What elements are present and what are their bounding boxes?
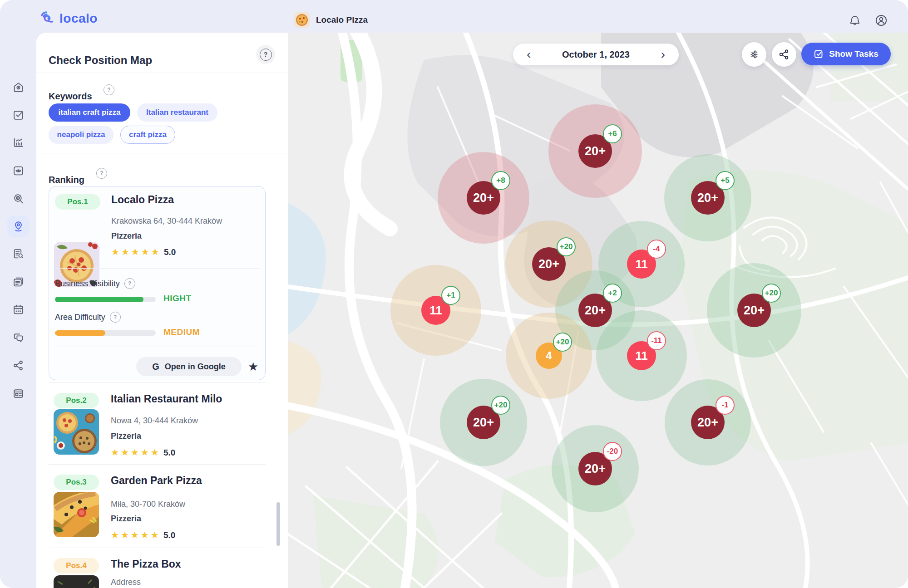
map-position-marker[interactable]: 11-11	[627, 341, 656, 370]
sidebar-item-visibility[interactable]	[7, 160, 29, 181]
map-position-marker[interactable]: 20++5	[691, 181, 725, 215]
business-title: Garden Park Pizza	[111, 475, 202, 487]
business-category: Pizzeria	[111, 431, 141, 441]
localo-logo[interactable]: localo	[39, 10, 98, 27]
business-category: Pizzeria	[111, 231, 142, 241]
difficulty-help-icon[interactable]: ?	[110, 312, 121, 323]
map-position-marker[interactable]: 20++8	[467, 181, 500, 215]
position-change-badge: +20	[762, 284, 781, 303]
open-in-google-button[interactable]: G Open in Google	[136, 357, 242, 376]
notifications-bell-icon[interactable]	[848, 14, 862, 27]
position-change-badge: -4	[647, 240, 666, 259]
business-photo	[54, 409, 99, 455]
sidebar-item-stats[interactable]	[7, 132, 29, 153]
position-badge: Pos.3	[54, 475, 99, 490]
keyword-chip-italian-restaurant[interactable]: Italian restaurant	[137, 103, 217, 122]
sidebar-item-home[interactable]	[7, 76, 29, 98]
divider	[49, 382, 266, 383]
map-position-marker[interactable]: 11-4	[627, 250, 656, 279]
date-navigator[interactable]: ‹ October 1, 2023 ›	[513, 44, 679, 65]
tasks-icon	[12, 109, 25, 121]
map-position-marker[interactable]: 20++2	[578, 294, 612, 327]
ranking-heading: Ranking	[49, 175, 84, 185]
business-category: Pizzeria	[111, 514, 141, 524]
panel-scrollbar-thumb[interactable]	[276, 502, 280, 546]
prev-date-chevron[interactable]: ‹	[525, 48, 533, 61]
map-position-marker[interactable]: 11+1	[421, 296, 450, 325]
position-change-badge: +1	[441, 286, 460, 305]
sidebar-rail	[0, 33, 36, 588]
sidebar-item-audit[interactable]	[7, 188, 29, 210]
sliders-icon	[748, 49, 760, 60]
keywords-heading: Keywords	[49, 91, 92, 102]
divider	[55, 347, 260, 347]
keyword-chip-craft-pizza[interactable]: craft pizza	[120, 126, 175, 144]
logo-text: localo	[59, 11, 98, 26]
keyword-chip-italian-craft-pizza[interactable]: italian craft pizza	[49, 103, 130, 122]
map-position-marker[interactable]: 4+20	[536, 343, 562, 369]
visibility-label: Business Visibility ?	[55, 278, 135, 289]
divider	[36, 153, 288, 153]
business-name: Localo Pizza	[316, 15, 368, 25]
position-map-icon	[12, 220, 25, 233]
sidebar-item-calendar[interactable]	[7, 299, 29, 320]
position-badge: Pos.2	[54, 393, 99, 408]
ranking-help-icon[interactable]: ?	[96, 168, 107, 179]
help-icon: ?	[260, 49, 272, 61]
visibility-help-icon[interactable]: ?	[124, 278, 135, 289]
map-position-marker[interactable]: 20++20	[737, 294, 771, 327]
map-position-marker[interactable]: 20+-20	[578, 452, 612, 485]
checkbox-icon	[814, 49, 824, 59]
sidebar-item-posts[interactable]	[7, 271, 29, 293]
sidebar-item-share[interactable]	[7, 354, 29, 376]
map-markers-layer: 20++620++820++520++2011-411+120++220++20…	[288, 33, 908, 588]
posts-icon	[12, 276, 25, 288]
business-header: Localo Pizza	[294, 12, 368, 28]
visibility-meter	[55, 297, 156, 302]
show-tasks-button[interactable]: Show Tasks	[801, 43, 891, 65]
position-change-badge: -11	[647, 331, 666, 350]
next-date-chevron[interactable]: ›	[659, 48, 667, 61]
business-photo	[54, 492, 99, 537]
google-g-icon: G	[152, 362, 159, 372]
sidebar-item-position-map[interactable]	[7, 216, 29, 237]
share-icon	[12, 359, 25, 372]
home-icon	[12, 81, 25, 93]
keywords-help-icon[interactable]: ?	[104, 84, 114, 95]
difficulty-label: Area Difficulty ?	[55, 312, 121, 323]
keyword-chip-neapoli-pizza[interactable]: neapoli pizza	[49, 126, 114, 144]
business-title: Localo Pizza	[111, 194, 174, 206]
star-rating-icons: ★★★★★	[111, 529, 161, 540]
business-avatar	[294, 12, 310, 28]
sidebar-item-report[interactable]	[7, 243, 29, 265]
chat-icon	[12, 332, 25, 344]
page-help-button[interactable]: ?	[256, 45, 275, 64]
show-tasks-label: Show Tasks	[829, 49, 878, 59]
position-change-badge: +20	[557, 237, 576, 256]
star-rating-icons: ★★★★★	[111, 246, 161, 257]
bookmark-star-icon[interactable]: ★	[248, 360, 258, 374]
news-card-icon	[12, 387, 25, 400]
share-icon	[778, 49, 790, 60]
map-position-marker[interactable]: 20++20	[532, 247, 566, 281]
map-position-marker[interactable]: 20++20	[467, 406, 500, 439]
map-position-marker[interactable]: 20++6	[578, 134, 612, 168]
map-position-marker[interactable]: 20+-1	[691, 406, 725, 439]
sidebar-item-news[interactable]	[7, 382, 29, 404]
sidebar-item-tasks[interactable]	[7, 104, 29, 126]
ranking-card-1[interactable]: Pos.1 Localo Pizza Krakowska 64, 30-444 …	[49, 186, 266, 380]
map-share-button[interactable]	[772, 42, 796, 67]
map-filter-button[interactable]	[742, 42, 766, 67]
localo-logo-icon	[39, 10, 55, 27]
position-change-badge: +8	[491, 171, 510, 190]
account-icon[interactable]	[874, 14, 888, 27]
sidebar-item-reviews[interactable]	[7, 327, 29, 348]
page-title: Check Position Map	[49, 54, 152, 67]
stats-icon	[12, 137, 25, 149]
business-address: Miła, 30-700 Kraków	[111, 500, 185, 509]
position-map: 20++620++820++520++2011-411+120++220++20…	[288, 33, 908, 588]
current-date-label: October 1, 2023	[562, 49, 630, 60]
position-change-badge: +6	[603, 124, 622, 143]
difficulty-meter	[55, 330, 156, 336]
position-badge: Pos.4	[54, 558, 99, 573]
